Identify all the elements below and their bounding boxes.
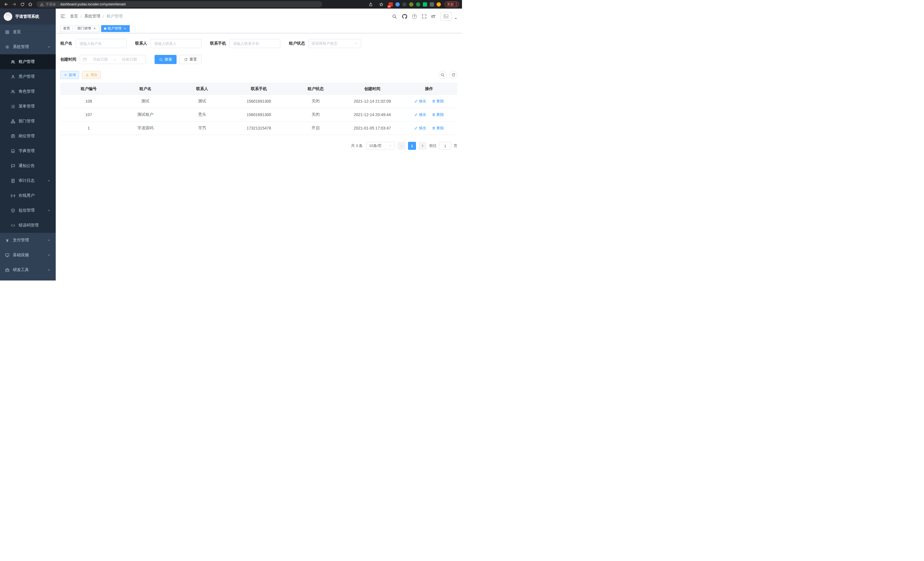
sidebar-collapse-icon[interactable]: [60, 14, 65, 19]
sidebar-item-role[interactable]: 角色管理: [0, 84, 56, 99]
edit-link[interactable]: 修改: [414, 99, 426, 104]
sidebar-item-online-user[interactable]: 在线用户: [0, 188, 56, 203]
dev-tools-icon: [5, 268, 9, 272]
bookmark-star-icon[interactable]: [378, 1, 385, 8]
browser-address-bar[interactable]: 不安全 dashboard.yudao.iocoder.cn/system/te…: [37, 1, 322, 8]
fullscreen-icon[interactable]: [422, 14, 427, 19]
tab-dept[interactable]: 部门管理 ×: [75, 25, 99, 32]
sidebar-item-sms[interactable]: 短信管理: [0, 203, 56, 218]
cell-tenant-id: 108: [60, 95, 117, 108]
browser-home-button[interactable]: [27, 1, 34, 8]
search-icon[interactable]: [392, 14, 397, 19]
broken-image-icon: [443, 14, 448, 19]
sidebar-item-system[interactable]: 系统管理: [0, 39, 56, 54]
sidebar-item-error-code[interactable]: 错误码管理: [0, 218, 56, 233]
github-icon[interactable]: [402, 14, 407, 19]
delete-link[interactable]: 删除: [432, 126, 444, 131]
prev-page-button[interactable]: [398, 142, 405, 150]
profile-avatar-icon[interactable]: [436, 2, 441, 7]
browser-update-button[interactable]: 更新: [445, 2, 459, 7]
help-icon[interactable]: ?: [412, 14, 417, 19]
sidebar-item-audit-log[interactable]: 审计日志: [0, 173, 56, 188]
column-header: 租户状态: [287, 83, 344, 95]
search-icon: [159, 58, 163, 62]
user-icon: [11, 75, 15, 79]
sidebar-item-dict[interactable]: 字典管理: [0, 144, 56, 158]
cell-tenant-name: 测试租户: [117, 108, 174, 122]
extension-icon[interactable]: 10: [388, 2, 393, 7]
tab-home[interactable]: 首页: [60, 25, 73, 32]
calendar-icon: [83, 57, 87, 62]
delete-link[interactable]: 删除: [432, 99, 444, 104]
page-number-button[interactable]: 1: [408, 142, 416, 150]
refresh-table-button[interactable]: [449, 71, 458, 79]
edit-link[interactable]: 修改: [414, 126, 426, 131]
delete-link[interactable]: 删除: [432, 112, 444, 117]
browser-menu-icon[interactable]: [456, 3, 457, 6]
browser-back-button[interactable]: [3, 1, 10, 8]
cell-phone: 15601691300: [231, 95, 287, 108]
sidebar-item-infra[interactable]: 基础设施: [0, 248, 56, 262]
sidebar-item-dev-tools[interactable]: 研发工具: [0, 262, 56, 277]
sidebar-item-label: 部门管理: [19, 119, 34, 124]
font-size-icon[interactable]: tT: [431, 14, 435, 19]
toggle-search-button[interactable]: [439, 71, 447, 79]
extensions-puzzle-icon[interactable]: [430, 2, 434, 7]
chevron-down-icon: [388, 144, 392, 147]
breadcrumb-system[interactable]: 系统管理: [84, 14, 100, 19]
add-button-label: 新增: [69, 73, 76, 77]
status-label: 租户状态: [289, 41, 305, 46]
sidebar-item-tenant[interactable]: 租户管理: [0, 54, 56, 69]
cell-contact: 秃头: [174, 108, 231, 122]
refresh-icon: [452, 73, 455, 77]
reset-button[interactable]: 重置: [179, 55, 201, 64]
avatar[interactable]: [440, 12, 452, 21]
extension-icon[interactable]: [409, 2, 413, 7]
yen-icon: ¥: [5, 238, 9, 242]
extension-icon[interactable]: [416, 2, 420, 7]
create-time-range-picker[interactable]: 开始日期 - 结束日期: [80, 55, 146, 64]
column-header: 联系手机: [231, 83, 287, 95]
close-icon[interactable]: ×: [93, 27, 97, 31]
sidebar-item-home[interactable]: 首页: [0, 25, 56, 39]
error-code-icon: [11, 223, 15, 228]
sidebar-item-dept[interactable]: 部门管理: [0, 114, 56, 129]
browser-forward-button[interactable]: [11, 1, 18, 8]
pagination-total: 共 3 条: [351, 143, 363, 148]
online-signal-icon: [11, 194, 15, 198]
phone-label: 联系手机: [210, 41, 226, 46]
share-icon[interactable]: [368, 1, 374, 8]
tab-tenant[interactable]: 租户管理 ×: [101, 25, 130, 32]
sidebar-item-notice[interactable]: 通知公告: [0, 158, 56, 173]
tenant-name-label: 租户名: [60, 41, 72, 46]
extension-icon[interactable]: [395, 2, 400, 7]
page-size-select[interactable]: 10条/页: [366, 142, 395, 150]
add-button[interactable]: 新增: [60, 71, 79, 79]
sidebar-item-post[interactable]: 岗位管理: [0, 129, 56, 144]
browser-reload-button[interactable]: [19, 1, 26, 8]
sidebar-item-pay[interactable]: ¥ 支付管理: [0, 233, 56, 248]
start-date-placeholder: 开始日期: [87, 57, 114, 62]
goto-page-input[interactable]: [439, 142, 451, 150]
breadcrumb-home[interactable]: 首页: [70, 14, 78, 19]
tenant-name-input[interactable]: [76, 39, 127, 48]
sidebar-item-menu[interactable]: 菜单管理: [0, 99, 56, 114]
caret-down-icon[interactable]: [454, 17, 458, 20]
tags-view: 首页 部门管理 × 租户管理 ×: [56, 24, 462, 33]
sidebar-item-label: 短信管理: [19, 208, 34, 213]
tab-label: 部门管理: [77, 26, 91, 31]
sidebar-item-user[interactable]: 用户管理: [0, 69, 56, 84]
phone-input[interactable]: [230, 39, 280, 48]
sidebar-menu: 首页 系统管理 租户管理 用户管理 角色管理: [0, 25, 56, 277]
edit-link[interactable]: 修改: [414, 112, 426, 117]
export-button[interactable]: 导出: [82, 71, 101, 79]
close-icon[interactable]: ×: [123, 27, 127, 31]
extension-icon[interactable]: [402, 2, 406, 7]
next-page-button[interactable]: [418, 142, 427, 150]
table-header-row: 租户编号 租户名 联系人 联系手机 租户状态 创建时间 操作: [60, 83, 458, 95]
tenant-status-select[interactable]: 请选择租户状态: [308, 39, 361, 48]
top-header: 首页 / 系统管理 / 租户管理 ? tT: [56, 9, 462, 24]
extension-icon[interactable]: [423, 2, 427, 7]
search-button[interactable]: 搜索: [154, 55, 177, 64]
contact-input[interactable]: [151, 39, 201, 48]
